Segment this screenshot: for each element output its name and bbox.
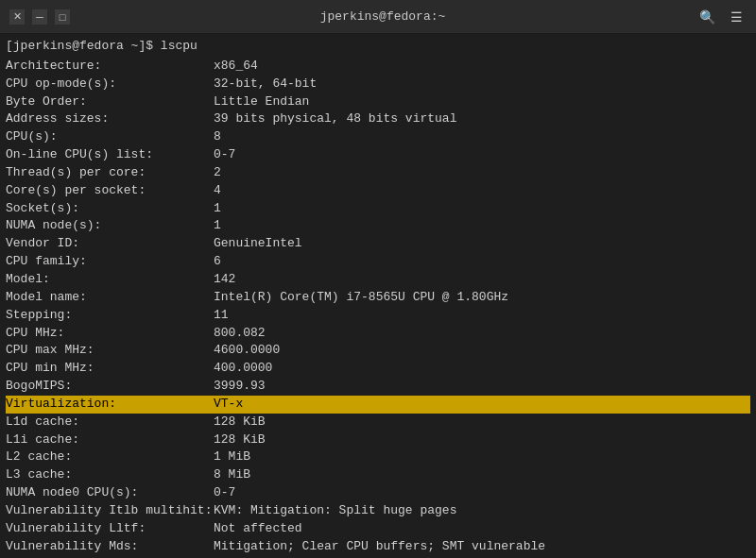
row-key: Address sizes:: [6, 110, 214, 128]
table-row: CPU min MHz:400.0000: [6, 360, 750, 378]
row-key: CPU MHz:: [6, 325, 214, 343]
row-value: 11: [214, 307, 229, 325]
row-key: NUMA node0 CPU(s):: [6, 484, 214, 502]
row-value: KVM: Mitigation: Split huge pages: [214, 502, 456, 520]
row-value: 3999.93: [214, 378, 266, 396]
command-line: [jperkins@fedora ~]$ lscpu: [6, 38, 750, 56]
table-row: L1d cache:128 KiB: [6, 414, 750, 431]
table-row: CPU max MHz:4600.0000: [6, 342, 750, 360]
row-value: 0-7: [214, 484, 235, 502]
row-key: Model name:: [6, 289, 214, 307]
menu-button[interactable]: ☰: [727, 8, 747, 26]
row-key: NUMA node(s):: [6, 217, 214, 235]
row-key: Model:: [6, 271, 214, 289]
table-row: Vulnerability Lltf:Not affected: [6, 520, 750, 538]
table-row: CPU MHz:800.082: [6, 325, 750, 343]
table-row: NUMA node0 CPU(s):0-7: [6, 484, 750, 502]
table-row: Architecture:x86_64: [6, 58, 750, 76]
row-key: Vulnerability Lltf:: [6, 520, 214, 538]
table-row: NUMA node(s):1: [6, 217, 750, 235]
row-key: Socket(s):: [6, 200, 214, 218]
row-key: Thread(s) per core:: [6, 164, 214, 182]
row-value: Not affected: [214, 520, 302, 538]
lscpu-output: Architecture:x86_64CPU op-mode(s):32-bit…: [6, 58, 750, 558]
row-key: CPU min MHz:: [6, 360, 214, 378]
window-controls: ✕ ─ □: [9, 9, 70, 25]
table-row: Vulnerability Itlb multihit:KVM: Mitigat…: [6, 502, 750, 520]
row-key: Vulnerability Mds:: [6, 538, 214, 556]
row-key: Vulnerability Itlb multihit:: [6, 502, 214, 520]
table-row: CPU(s):8: [6, 128, 750, 146]
row-value: 1 MiB: [214, 448, 250, 466]
row-value: 800.082: [214, 325, 266, 343]
row-value: 6: [214, 253, 221, 271]
maximize-button[interactable]: □: [55, 9, 70, 25]
table-row: L1i cache:128 KiB: [6, 431, 750, 449]
table-row: Core(s) per socket:4: [6, 182, 750, 200]
table-row: CPU op-mode(s):32-bit, 64-bit: [6, 76, 750, 93]
row-key: CPU family:: [6, 253, 214, 271]
row-key: Virtualization:: [6, 396, 214, 414]
close-button[interactable]: ✕: [9, 9, 25, 25]
table-row: Vulnerability Mds:Mitigation; Clear CPU …: [6, 538, 750, 556]
table-row: Thread(s) per core:2: [6, 164, 750, 182]
window-title: jperkins@fedora:~: [320, 9, 446, 24]
table-row: CPU family:6: [6, 253, 750, 271]
row-value: 4600.0000: [214, 342, 280, 360]
table-row: Virtualization:VT-x: [6, 396, 750, 414]
row-value: 2: [214, 164, 221, 182]
row-key: Vendor ID:: [6, 235, 214, 253]
row-value: 142: [214, 271, 235, 289]
table-row: L2 cache:1 MiB: [6, 448, 750, 466]
table-row: Model name:Intel(R) Core(TM) i7-8565U CP…: [6, 289, 750, 307]
table-row: Stepping:11: [6, 307, 750, 325]
row-key: CPU max MHz:: [6, 342, 214, 360]
table-row: Socket(s):1: [6, 200, 750, 218]
row-key: L1i cache:: [6, 431, 214, 449]
row-value: 8 MiB: [214, 466, 250, 484]
row-value: 400.0000: [214, 360, 272, 378]
table-row: L3 cache:8 MiB: [6, 466, 750, 484]
table-row: Address sizes:39 bits physical, 48 bits …: [6, 110, 750, 128]
row-value: 8: [214, 128, 221, 146]
row-key: L2 cache:: [6, 448, 214, 466]
row-value: GenuineIntel: [214, 235, 302, 253]
row-value: Mitigation; Clear CPU buffers; SMT vulne…: [214, 538, 545, 556]
row-value: Little Endian: [214, 93, 309, 111]
table-row: On-line CPU(s) list:0-7: [6, 146, 750, 164]
row-value: 128 KiB: [214, 414, 266, 431]
terminal-window: ✕ ─ □ jperkins@fedora:~ 🔍 ☰ [jperkins@fe…: [0, 0, 756, 558]
row-key: Stepping:: [6, 307, 214, 325]
row-key: On-line CPU(s) list:: [6, 146, 214, 164]
table-row: Vendor ID:GenuineIntel: [6, 235, 750, 253]
row-key: CPU op-mode(s):: [6, 76, 214, 93]
terminal-body[interactable]: [jperkins@fedora ~]$ lscpu Architecture:…: [0, 34, 756, 558]
minimize-button[interactable]: ─: [32, 9, 47, 25]
row-value: VT-x: [214, 396, 243, 414]
row-value: 32-bit, 64-bit: [214, 76, 317, 93]
row-key: L1d cache:: [6, 414, 214, 431]
row-value: 1: [214, 217, 221, 235]
table-row: BogoMIPS:3999.93: [6, 378, 750, 396]
row-key: Byte Order:: [6, 93, 214, 111]
search-button[interactable]: 🔍: [696, 8, 719, 26]
table-row: Model:142: [6, 271, 750, 289]
row-key: BogoMIPS:: [6, 378, 214, 396]
row-value: 128 KiB: [214, 431, 266, 449]
table-row: Byte Order:Little Endian: [6, 93, 750, 111]
row-key: Core(s) per socket:: [6, 182, 214, 200]
titlebar-actions: 🔍 ☰: [696, 8, 747, 26]
row-value: x86_64: [214, 58, 258, 76]
row-value: 0-7: [214, 146, 235, 164]
row-value: Intel(R) Core(TM) i7-8565U CPU @ 1.80GHz: [214, 289, 508, 307]
titlebar: ✕ ─ □ jperkins@fedora:~ 🔍 ☰: [0, 0, 756, 34]
row-key: CPU(s):: [6, 128, 214, 146]
row-value: 39 bits physical, 48 bits virtual: [214, 110, 456, 128]
row-value: 1: [214, 200, 221, 218]
row-key: L3 cache:: [6, 466, 214, 484]
row-key: Architecture:: [6, 58, 214, 76]
row-value: 4: [214, 182, 221, 200]
